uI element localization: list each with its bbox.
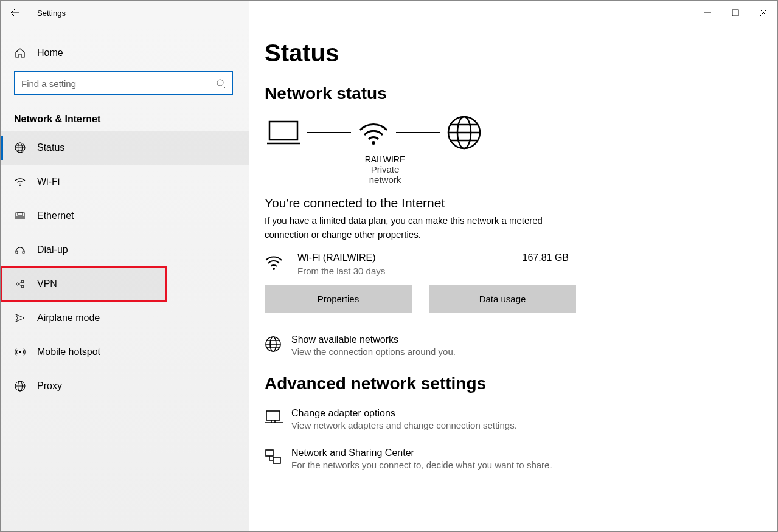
data-usage-amount: 167.81 GB [523,252,594,263]
sidebar-item-label: VPN [37,278,57,289]
sidebar-group-title: Network & Internet [1,95,249,131]
search-input[interactable] [21,78,216,89]
sidebar-item-label: Status [37,142,64,153]
section-advanced: Advanced network settings [265,374,753,393]
link-title: Show available networks [291,334,456,345]
svg-rect-24 [273,457,280,463]
svg-rect-23 [266,450,273,456]
svg-rect-6 [18,213,23,215]
close-icon [760,9,767,16]
sidebar-item-status[interactable]: Status [1,131,249,165]
maximize-button[interactable] [721,1,749,25]
sidebar-item-proxy[interactable]: Proxy [1,369,249,403]
computer-icon [267,119,300,146]
search-box[interactable] [14,71,233,95]
svg-point-4 [19,185,21,186]
home-icon [14,47,26,58]
network-type: Private network [355,164,415,185]
svg-rect-22 [266,411,280,420]
search-icon [216,78,226,88]
sidebar-item-dialup[interactable]: Dial-up [1,233,249,267]
network-name: RAILWIRE [355,154,415,164]
wifi-usage-row: Wi-Fi (RAILWIRE) From the last 30 days 1… [265,252,593,276]
wifi-connection-name: Wi-Fi (RAILWIRE) [297,252,385,263]
wifi-large-icon [358,119,389,146]
network-diagram [267,116,753,150]
change-adapter-options[interactable]: Change adapter options View network adap… [265,408,753,430]
sidebar-item-label: Mobile hotspot [37,347,100,358]
globe-icon [265,334,291,353]
window-title: Settings [37,9,66,18]
wifi-icon [14,176,26,187]
page-title: Status [265,40,753,67]
sidebar-item-label: Ethernet [37,210,74,221]
svg-point-19 [273,268,275,270]
svg-point-12 [19,351,21,353]
back-arrow-icon [10,8,20,18]
back-button[interactable] [1,1,30,25]
vpn-icon [14,278,26,289]
sidebar-item-hotspot[interactable]: Mobile hotspot [1,335,249,369]
sidebar-home-label: Home [37,47,63,58]
connection-line [307,132,351,133]
svg-point-1 [217,80,223,86]
sidebar-item-label: Wi-Fi [37,176,60,187]
svg-rect-7 [16,251,18,254]
properties-button[interactable]: Properties [265,285,412,313]
adapter-icon [265,408,291,426]
hotspot-icon [14,347,26,358]
sidebar-item-vpn[interactable]: VPN [1,267,166,301]
link-sub: View network adapters and change connect… [291,420,517,430]
sidebar-home[interactable]: Home [1,35,249,71]
svg-point-9 [16,283,19,285]
svg-point-16 [372,141,375,145]
network-sharing-center[interactable]: Network and Sharing Center For the netwo… [265,447,753,470]
sharing-icon [265,447,291,466]
wifi-connection-sub: From the last 30 days [297,266,385,276]
maximize-icon [732,9,739,16]
link-title: Change adapter options [291,408,517,419]
globe-large-icon [447,116,481,150]
dialup-icon [14,244,26,255]
sidebar-item-label: Airplane mode [37,313,100,323]
close-button[interactable] [749,1,777,25]
svg-point-10 [21,280,24,283]
wifi-icon [265,252,289,271]
svg-rect-8 [23,251,24,254]
sidebar-item-airplane[interactable]: Airplane mode [1,301,249,335]
link-sub: View the connection options around you. [291,347,456,357]
connected-heading: You're connected to the Internet [265,196,753,210]
connection-line [396,132,440,133]
sidebar-item-ethernet[interactable]: Ethernet [1,199,249,233]
ethernet-icon [14,210,26,221]
minimize-icon [704,9,711,16]
globe-icon [14,142,26,153]
section-network-status: Network status [265,84,753,103]
window-controls [693,1,777,25]
proxy-icon [14,381,26,392]
connected-description: If you have a limited data plan, you can… [265,214,581,241]
svg-point-11 [21,285,24,288]
minimize-button[interactable] [693,1,721,25]
titlebar: Settings [1,1,777,25]
sidebar-item-wifi[interactable]: Wi-Fi [1,165,249,199]
data-usage-button[interactable]: Data usage [429,285,576,313]
svg-rect-15 [269,122,297,140]
link-sub: For the networks you connect to, decide … [291,460,552,470]
content-area: Status Network status RAILWIRE Private n… [249,25,777,531]
sidebar-item-label: Dial-up [37,244,68,255]
svg-rect-0 [732,10,738,16]
sidebar: Home Network & Internet Status Wi-Fi Eth… [1,25,249,531]
show-available-networks[interactable]: Show available networks View the connect… [265,334,753,357]
link-title: Network and Sharing Center [291,447,552,458]
svg-rect-5 [16,213,24,219]
airplane-icon [14,313,26,323]
sidebar-item-label: Proxy [37,381,62,392]
